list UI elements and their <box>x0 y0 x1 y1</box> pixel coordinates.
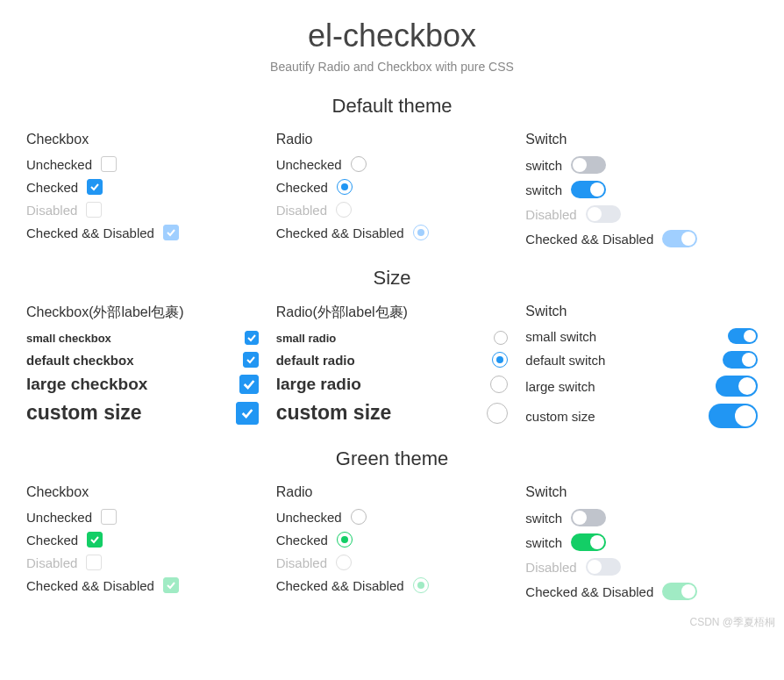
checkbox-disabled <box>86 202 102 218</box>
section-title-size: Size <box>26 267 758 290</box>
cb-green-checked-label: Checked <box>26 533 78 548</box>
check-icon <box>246 354 256 365</box>
sw-sm[interactable] <box>728 328 758 344</box>
check-icon <box>166 227 176 238</box>
rd-lg-label: large radio <box>276 375 482 394</box>
checkbox-label-disabled: Disabled <box>26 203 77 218</box>
page-title: el-checkbox <box>26 18 758 54</box>
radio-unchecked[interactable] <box>351 156 367 172</box>
switch-label-off: switch <box>525 158 562 173</box>
checkbox-checked-disabled <box>163 225 179 240</box>
rd-md-label: default radio <box>276 353 484 368</box>
sw-sm-label: small switch <box>525 329 719 344</box>
page-subtitle: Beautify Radio and Checkbox with pure CS… <box>26 60 758 74</box>
rd-green-checked[interactable] <box>337 532 353 548</box>
check-icon <box>242 377 256 391</box>
radio-label-disabled: Disabled <box>276 203 327 218</box>
cb-lg[interactable] <box>239 375 259 394</box>
switch-on[interactable] <box>571 181 606 198</box>
cb-sm[interactable] <box>245 331 259 345</box>
col-checkbox-green: Checkbox Unchecked Checked Disabled Chec… <box>26 484 259 607</box>
switch-off[interactable] <box>571 156 606 174</box>
checkbox-checked[interactable] <box>87 179 103 195</box>
col-radio-size: Radio(外部label包裹) small radio default rad… <box>276 304 509 435</box>
rd-green-unchecked-label: Unchecked <box>276 510 342 525</box>
sw-xl-label: custom size <box>525 409 700 424</box>
sw-green-on-label: switch <box>525 535 562 550</box>
checkbox-label-unchecked: Unchecked <box>26 157 92 172</box>
cb-green-checked[interactable] <box>87 532 103 548</box>
col-radio-green: Radio Unchecked Checked Disabled Checked… <box>276 484 509 607</box>
switch-green-title: Switch <box>525 484 758 500</box>
sw-green-disabled <box>586 558 621 576</box>
cb-md[interactable] <box>243 352 259 368</box>
radio-label-checked-disabled: Checked && Disabled <box>276 225 404 240</box>
checkbox-label-checked-disabled: Checked && Disabled <box>26 225 154 240</box>
rd-xl-label: custom size <box>276 401 479 425</box>
switch-size-title: Switch <box>525 304 758 319</box>
col-checkbox: Checkbox Unchecked Checked Disabled Chec… <box>26 132 259 254</box>
sw-green-cd-label: Checked && Disabled <box>525 584 653 599</box>
rd-sm-label: small radio <box>276 332 486 345</box>
section-title-default: Default theme <box>26 95 758 118</box>
col-switch-green: Switch switch switch Disabled Checked &&… <box>525 484 758 607</box>
rd-green-unchecked[interactable] <box>351 509 367 525</box>
sw-green-off[interactable] <box>571 509 606 526</box>
radio-label-checked: Checked <box>276 180 328 195</box>
cb-md-label: default checkbox <box>26 353 234 368</box>
check-icon <box>166 580 176 591</box>
section-default: Checkbox Unchecked Checked Disabled Chec… <box>26 132 758 254</box>
switch-disabled <box>586 205 621 223</box>
checkbox-size-title: Checkbox(外部label包裹) <box>26 304 259 322</box>
sw-green-on[interactable] <box>571 533 606 551</box>
sw-md[interactable] <box>723 351 758 369</box>
check-icon <box>89 182 100 192</box>
section-size: Checkbox(外部label包裹) small checkbox defau… <box>26 304 758 435</box>
rd-green-disabled-label: Disabled <box>276 555 327 570</box>
switch-label-disabled: Disabled <box>525 207 576 222</box>
check-icon <box>240 406 254 420</box>
cb-xl[interactable] <box>236 402 259 425</box>
cb-green-disabled <box>86 555 102 570</box>
sw-md-label: default switch <box>525 353 714 368</box>
radio-checked-disabled <box>413 225 429 240</box>
checkbox-green-title: Checkbox <box>26 484 259 500</box>
rd-sm[interactable] <box>494 331 508 345</box>
checkbox-unchecked[interactable] <box>101 156 117 172</box>
rd-lg[interactable] <box>490 376 508 393</box>
rd-green-cd-label: Checked && Disabled <box>276 578 404 593</box>
checkbox-col-title: Checkbox <box>26 132 259 147</box>
cb-green-unchecked-label: Unchecked <box>26 510 92 525</box>
col-checkbox-size: Checkbox(外部label包裹) small checkbox defau… <box>26 304 259 435</box>
col-radio: Radio Unchecked Checked Disabled Checked… <box>276 132 509 254</box>
sw-lg-label: large switch <box>525 379 707 394</box>
col-switch-size: Switch small switch default switch large… <box>525 304 758 435</box>
cb-sm-label: small checkbox <box>26 332 236 345</box>
rd-green-disabled <box>336 555 352 570</box>
check-icon <box>89 534 100 545</box>
section-title-green: Green theme <box>26 447 758 470</box>
switch-checked-disabled <box>662 230 697 247</box>
rd-green-checked-label: Checked <box>276 533 328 548</box>
check-icon <box>246 333 257 343</box>
cb-xl-label: custom size <box>26 401 227 425</box>
watermark: CSDN @季夏梧桐 <box>689 615 775 630</box>
sw-green-off-label: switch <box>525 511 562 526</box>
sw-xl[interactable] <box>709 404 758 428</box>
cb-green-unchecked[interactable] <box>101 509 117 525</box>
radio-label-unchecked: Unchecked <box>276 157 342 172</box>
switch-label-checked-disabled: Checked && Disabled <box>525 232 653 247</box>
radio-green-title: Radio <box>276 484 509 500</box>
cb-green-checked-disabled <box>163 577 179 593</box>
sw-green-disabled-label: Disabled <box>525 560 576 575</box>
radio-disabled <box>336 202 352 218</box>
checkbox-label-checked: Checked <box>26 180 78 195</box>
sw-lg[interactable] <box>716 376 758 397</box>
rd-xl[interactable] <box>487 403 508 424</box>
sw-green-checked-disabled <box>662 583 697 600</box>
radio-checked[interactable] <box>337 179 353 195</box>
rd-md[interactable] <box>492 352 508 368</box>
switch-label-on: switch <box>525 183 562 197</box>
radio-size-title: Radio(外部label包裹) <box>276 304 509 322</box>
cb-green-cd-label: Checked && Disabled <box>26 578 154 593</box>
